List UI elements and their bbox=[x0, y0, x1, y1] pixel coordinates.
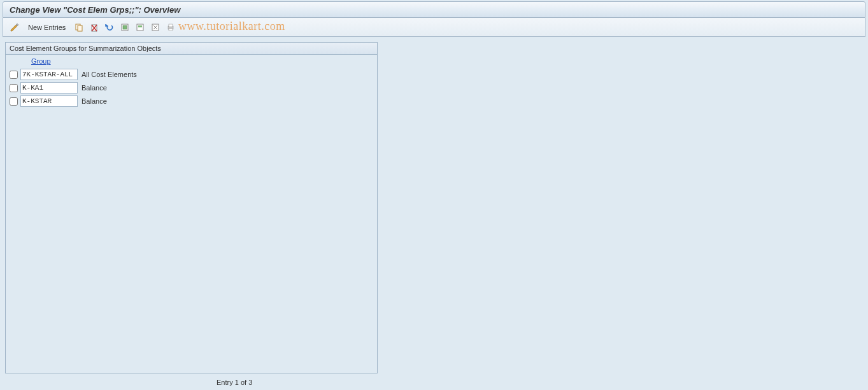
group-code-input[interactable] bbox=[20, 69, 78, 80]
column-header-group[interactable]: Group bbox=[6, 55, 55, 67]
group-description: Balance bbox=[80, 84, 107, 92]
deselect-all-icon bbox=[151, 23, 160, 32]
svg-rect-13 bbox=[169, 24, 173, 27]
row-select-checkbox[interactable] bbox=[10, 84, 18, 92]
delete-button[interactable] bbox=[88, 21, 101, 34]
application-toolbar: New Entries bbox=[3, 18, 865, 37]
svg-rect-14 bbox=[169, 29, 173, 31]
svg-rect-1 bbox=[78, 25, 82, 31]
new-entries-button[interactable]: New Entries bbox=[24, 21, 70, 34]
new-entries-label: New Entries bbox=[28, 24, 66, 31]
svg-rect-8 bbox=[138, 25, 142, 27]
print-button[interactable] bbox=[164, 21, 177, 34]
undo-button[interactable] bbox=[103, 21, 116, 34]
pencil-glasses-icon bbox=[10, 22, 20, 32]
copy-button[interactable] bbox=[73, 21, 85, 34]
undo-icon bbox=[105, 23, 114, 32]
delete-icon bbox=[90, 23, 99, 32]
table-row: All Cost Elements bbox=[10, 69, 373, 80]
select-block-button[interactable] bbox=[134, 21, 146, 34]
group-code-input[interactable] bbox=[20, 95, 78, 107]
print-icon bbox=[166, 23, 175, 32]
table-body: All Cost Elements Balance Balance bbox=[6, 67, 377, 373]
deselect-all-button[interactable] bbox=[149, 21, 162, 34]
group-code-input[interactable] bbox=[20, 82, 78, 94]
entry-position-indicator: Entry 1 of 3 bbox=[217, 379, 252, 386]
table-row: Balance bbox=[10, 95, 373, 107]
table-row: Balance bbox=[10, 82, 373, 94]
select-all-icon bbox=[120, 23, 129, 32]
select-block-icon bbox=[136, 23, 145, 32]
group-description: Balance bbox=[80, 97, 107, 105]
table-header-row: Group bbox=[6, 55, 377, 67]
row-select-checkbox[interactable] bbox=[10, 97, 18, 106]
page-title: Change View "Cost Elem Grps;;": Overview bbox=[10, 5, 180, 15]
select-all-button[interactable] bbox=[118, 21, 131, 34]
group-description: All Cost Elements bbox=[80, 71, 137, 78]
toggle-edit-button[interactable] bbox=[8, 21, 21, 34]
row-select-checkbox[interactable] bbox=[10, 71, 18, 79]
panel-title: Cost Element Groups for Summarization Ob… bbox=[6, 43, 377, 55]
watermark-text: www.tutorialkart.com bbox=[178, 20, 285, 33]
table-panel: Cost Element Groups for Summarization Ob… bbox=[5, 42, 378, 373]
copy-icon bbox=[75, 23, 83, 32]
svg-rect-6 bbox=[123, 25, 127, 29]
title-bar: Change View "Cost Elem Grps;;": Overview bbox=[3, 1, 865, 18]
content-area: Cost Element Groups for Summarization Ob… bbox=[0, 37, 868, 379]
